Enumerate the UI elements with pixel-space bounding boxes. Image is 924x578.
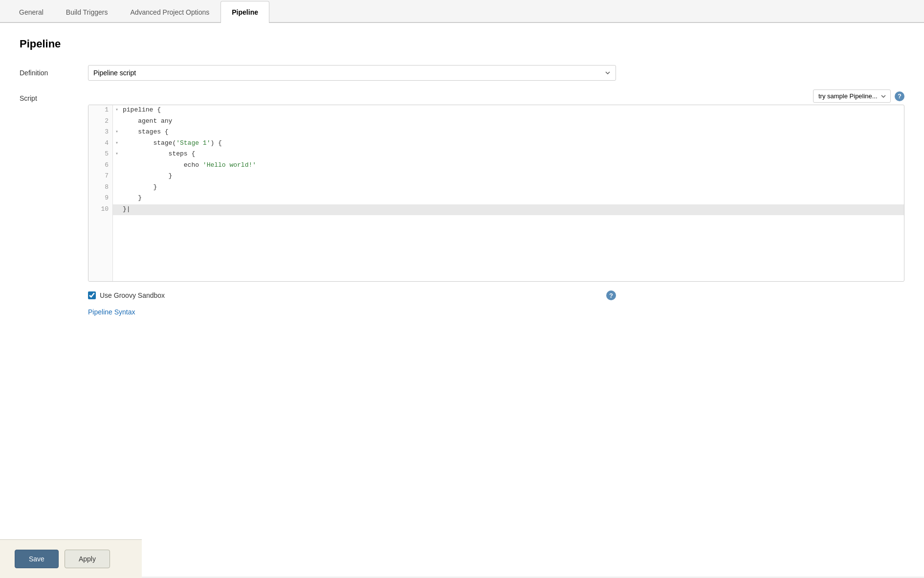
line-arrow-4[interactable]: ▾ <box>113 138 121 150</box>
script-help-icon[interactable]: ? <box>895 91 904 101</box>
line-code-empty-3 <box>121 237 904 248</box>
line-num-2: 2 <box>88 116 113 128</box>
code-line-6: 6 echo 'Hello world!' <box>88 160 904 172</box>
line-num-empty-2 <box>88 226 113 238</box>
definition-row: Definition Pipeline script Pipeline scri… <box>20 65 904 81</box>
tab-pipeline[interactable]: Pipeline <box>220 1 269 23</box>
tab-build-triggers[interactable]: Build Triggers <box>55 1 119 23</box>
code-line-empty-6 <box>88 270 904 282</box>
line-code-4: stage('Stage 1') { <box>121 138 904 150</box>
code-line-10: 10 }| <box>88 204 904 216</box>
code-line-empty-1 <box>88 215 904 226</box>
line-arrow-empty-1 <box>113 215 121 226</box>
line-num-empty-5 <box>88 259 113 270</box>
line-num-empty-1 <box>88 215 113 226</box>
code-line-empty-4 <box>88 248 904 260</box>
line-code-1: pipeline { <box>121 105 904 116</box>
sample-pipeline-select[interactable]: try sample Pipeline... <box>813 89 891 103</box>
line-arrow-7 <box>113 171 121 182</box>
save-button[interactable]: Save <box>15 550 59 568</box>
line-code-2: agent any <box>121 116 904 128</box>
line-code-6: echo 'Hello world!' <box>121 160 904 172</box>
line-num-8: 8 <box>88 182 113 194</box>
code-line-empty-2 <box>88 226 904 238</box>
tabs-bar: General Build Triggers Advanced Project … <box>0 0 924 23</box>
code-line-3: 3 ▾ stages { <box>88 127 904 138</box>
line-code-7: } <box>121 171 904 182</box>
line-arrow-2 <box>113 116 121 128</box>
apply-button[interactable]: Apply <box>65 550 110 568</box>
line-code-10: }| <box>121 204 904 216</box>
line-num-9: 9 <box>88 193 113 204</box>
code-line-9: 9 } <box>88 193 904 204</box>
line-code-empty-1 <box>121 215 904 226</box>
line-code-empty-5 <box>121 259 904 270</box>
line-arrow-5[interactable]: ▾ <box>113 149 121 160</box>
script-row: Script try sample Pipeline... ? 1 ▾ pipe… <box>20 89 904 282</box>
line-arrow-10 <box>113 204 121 216</box>
line-code-5: steps { <box>121 149 904 160</box>
code-line-8: 8 } <box>88 182 904 194</box>
sandbox-inner: Use Groovy Sandbox ? <box>88 290 616 300</box>
line-code-empty-2 <box>121 226 904 238</box>
line-arrow-empty-6 <box>113 270 121 282</box>
line-num-1: 1 <box>88 105 113 116</box>
line-arrow-8 <box>113 182 121 194</box>
definition-label: Definition <box>20 65 88 77</box>
line-code-9: } <box>121 193 904 204</box>
definition-select[interactable]: Pipeline script Pipeline script from SCM <box>88 65 616 81</box>
line-num-empty-4 <box>88 248 113 260</box>
page-title: Pipeline <box>20 38 904 50</box>
line-arrow-empty-3 <box>113 237 121 248</box>
code-line-empty-5 <box>88 259 904 270</box>
line-num-empty-3 <box>88 237 113 248</box>
line-arrow-6 <box>113 160 121 172</box>
line-num-3: 3 <box>88 127 113 138</box>
sandbox-area: Use Groovy Sandbox ? <box>88 290 904 300</box>
line-num-5: 5 <box>88 149 113 160</box>
code-lines: 1 ▾ pipeline { 2 agent any 3 ▾ <box>88 105 904 281</box>
line-arrow-empty-5 <box>113 259 121 270</box>
line-arrow-9 <box>113 193 121 204</box>
main-content: Pipeline Definition Pipeline script Pipe… <box>0 23 924 577</box>
line-arrow-empty-2 <box>113 226 121 238</box>
line-num-7: 7 <box>88 171 113 182</box>
bottom-bar: Save Apply <box>0 539 142 577</box>
line-code-8: } <box>121 182 904 194</box>
line-num-6: 6 <box>88 160 113 172</box>
script-wrap: try sample Pipeline... ? 1 ▾ pipeline { … <box>88 89 904 282</box>
tab-advanced-project-options[interactable]: Advanced Project Options <box>119 1 220 23</box>
code-editor[interactable]: 1 ▾ pipeline { 2 agent any 3 ▾ <box>88 105 904 282</box>
line-num-empty-6 <box>88 270 113 282</box>
code-line-empty-3 <box>88 237 904 248</box>
script-header: try sample Pipeline... ? <box>88 89 904 103</box>
script-label: Script <box>20 89 88 102</box>
tab-general[interactable]: General <box>8 1 55 23</box>
line-code-empty-4 <box>121 248 904 260</box>
sandbox-help-icon[interactable]: ? <box>606 290 616 300</box>
line-arrow-empty-4 <box>113 248 121 260</box>
code-line-1: 1 ▾ pipeline { <box>88 105 904 116</box>
line-code-3: stages { <box>121 127 904 138</box>
code-line-4: 4 ▾ stage('Stage 1') { <box>88 138 904 150</box>
groovy-sandbox-checkbox[interactable] <box>88 291 96 299</box>
line-num-4: 4 <box>88 138 113 150</box>
sandbox-label: Use Groovy Sandbox <box>100 291 165 299</box>
line-arrow-1[interactable]: ▾ <box>113 105 121 116</box>
pipeline-syntax-link[interactable]: Pipeline Syntax <box>88 308 135 316</box>
code-line-5: 5 ▾ steps { <box>88 149 904 160</box>
code-line-7: 7 } <box>88 171 904 182</box>
definition-control-wrap: Pipeline script Pipeline script from SCM <box>88 65 904 81</box>
line-arrow-3[interactable]: ▾ <box>113 127 121 138</box>
code-line-2: 2 agent any <box>88 116 904 128</box>
line-code-empty-6 <box>121 270 904 282</box>
line-num-10: 10 <box>88 204 113 216</box>
